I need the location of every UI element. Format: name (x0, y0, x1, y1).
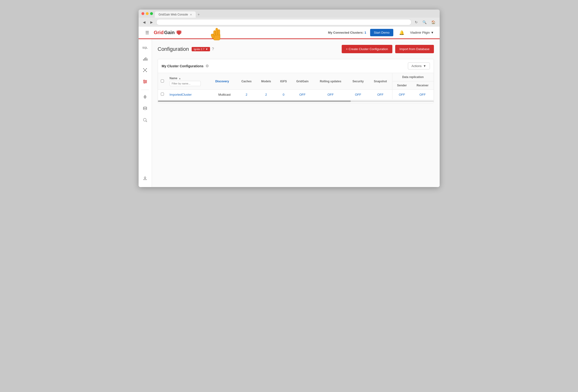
th-name-label: Name (170, 77, 178, 80)
sidebar-item-queries[interactable] (140, 116, 150, 125)
actions-dropdown-button[interactable]: Actions ▼ (408, 63, 430, 69)
hamburger-menu-button[interactable]: ☰ (144, 29, 150, 36)
logo-icon (176, 30, 182, 36)
th-snapshot-label: Snapshot (374, 80, 387, 83)
ignite-badge-chevron-icon: ▼ (205, 48, 208, 51)
sidebar-item-monitoring[interactable] (140, 54, 150, 64)
search-button[interactable]: 🔍 (421, 20, 428, 25)
table-row: ImportedCluster Multicast 2 2 0 OFF OFF … (158, 90, 434, 100)
receiver-link[interactable]: OFF (419, 93, 426, 96)
ignite-version-badge[interactable]: Ignite 2.7 ▼ (192, 47, 210, 51)
row-models-cell: 2 (256, 90, 276, 100)
name-filter-input[interactable] (170, 81, 201, 86)
close-traffic-light[interactable] (142, 12, 144, 15)
browser-tab[interactable]: GridGain Web Console ✕ (155, 11, 196, 18)
home-button[interactable]: 🏠 (430, 20, 437, 25)
snapshot-link[interactable]: OFF (377, 93, 384, 96)
th-models: Models (256, 73, 276, 90)
th-data-replication: Data replication (392, 73, 434, 81)
horizontal-scrollbar[interactable] (158, 100, 434, 102)
cluster-panel-header: My Cluster Configurations ⚙ Actions ▼ (158, 59, 434, 73)
settings-icon (143, 95, 147, 101)
actions-label: Actions (411, 64, 422, 68)
th-security: Security (347, 73, 369, 90)
user-menu-button[interactable]: Vladimir Pligin ▼ (410, 31, 434, 34)
hamburger-icon: ☰ (145, 30, 149, 35)
sidebar-item-sql[interactable]: SQL (140, 43, 150, 52)
svg-point-17 (145, 81, 146, 82)
address-bar[interactable] (156, 19, 411, 25)
minimize-traffic-light[interactable] (146, 12, 149, 15)
create-cluster-config-button[interactable]: + Create Cluster Configuration (342, 45, 392, 53)
th-caches-label: Caches (241, 80, 252, 83)
th-snapshot: Snapshot (369, 73, 392, 90)
cluster-panel-title: My Cluster Configurations (162, 64, 204, 68)
svg-point-18 (144, 82, 145, 83)
th-sender: Sender (392, 81, 411, 90)
queries-icon (143, 118, 147, 124)
th-igfs-label: IGFS (280, 80, 287, 83)
row-security-cell: OFF (347, 90, 369, 100)
sender-link[interactable]: OFF (399, 93, 405, 96)
logo-gain-text: Gain (164, 30, 175, 35)
row-checkbox[interactable] (161, 93, 164, 96)
main-content: Configuration Ignite 2.7 ▼ ? + Create Cl… (152, 39, 440, 187)
th-receiver-label: Receiver (417, 84, 429, 87)
svg-rect-3 (147, 58, 147, 61)
notification-button[interactable]: 🔔 (397, 29, 406, 36)
th-receiver: Receiver (411, 81, 434, 90)
sidebar-item-cluster[interactable] (140, 66, 150, 75)
th-igfs: IGFS (276, 73, 291, 90)
th-discovery: Discovery (212, 73, 237, 90)
th-models-label: Models (261, 80, 271, 83)
caches-link[interactable]: 2 (246, 93, 247, 96)
table-scroll-container: Name ▲ Discovery Caches (158, 73, 434, 103)
row-checkbox-cell (158, 90, 167, 100)
connected-clusters-label: My Connected Clusters: 1 (328, 31, 366, 34)
th-sender-label: Sender (397, 84, 407, 87)
sort-icon: ▲ (179, 77, 181, 80)
sidebar: SQL (139, 39, 152, 187)
import-from-database-button[interactable]: Import from Database (395, 45, 434, 53)
igfs-link[interactable]: 0 (283, 93, 284, 96)
tab-close-icon[interactable]: ✕ (190, 13, 192, 16)
th-gridgain-label: GridGain (296, 80, 308, 83)
cluster-panel-gear-button[interactable]: ⚙ (205, 64, 209, 68)
ignite-badge-label: Ignite 2.7 (193, 48, 204, 51)
cluster-icon (143, 68, 147, 74)
forward-button[interactable]: ▶ (149, 20, 154, 25)
app-header: ☰ GridGain My Connected Clusters: 1 Star… (139, 27, 440, 39)
sidebar-divider (141, 90, 149, 90)
page-header: Configuration Ignite 2.7 ▼ ? + Create Cl… (158, 45, 434, 53)
sidebar-item-configuration[interactable] (140, 77, 150, 87)
row-snapshot-cell: OFF (369, 90, 392, 100)
back-button[interactable]: ◀ (142, 20, 147, 25)
new-tab-button[interactable]: + (196, 11, 202, 18)
sidebar-item-database[interactable] (140, 104, 150, 114)
svg-rect-0 (143, 59, 144, 61)
table-body: ImportedCluster Multicast 2 2 0 OFF OFF … (158, 90, 434, 100)
th-data-replication-label: Data replication (402, 75, 424, 79)
database-icon (143, 106, 147, 112)
gridgain-link[interactable]: OFF (299, 93, 306, 96)
svg-line-10 (145, 69, 146, 70)
row-discovery-cell: Multicast (212, 90, 237, 100)
monitoring-icon (143, 56, 147, 62)
maximize-traffic-light[interactable] (150, 12, 153, 15)
security-link[interactable]: OFF (355, 93, 361, 96)
select-all-checkbox[interactable] (161, 79, 164, 82)
th-caches: Caches (237, 73, 256, 90)
sql-icon: SQL (143, 46, 148, 49)
scrollbar-thumb[interactable] (158, 100, 351, 102)
page-title: Configuration (158, 46, 189, 52)
help-icon[interactable]: ? (212, 47, 214, 51)
sidebar-item-settings[interactable] (140, 93, 150, 102)
refresh-button[interactable]: ↻ (413, 20, 419, 25)
rolling-updates-link[interactable]: OFF (327, 93, 334, 96)
start-demo-button[interactable]: Start Demo (370, 29, 393, 36)
discovery-column-link[interactable]: Discovery (215, 80, 229, 83)
models-link[interactable]: 2 (265, 93, 267, 96)
sidebar-item-download[interactable] (140, 174, 150, 183)
cluster-name-link[interactable]: ImportedCluster (170, 93, 192, 96)
svg-point-16 (144, 80, 144, 81)
